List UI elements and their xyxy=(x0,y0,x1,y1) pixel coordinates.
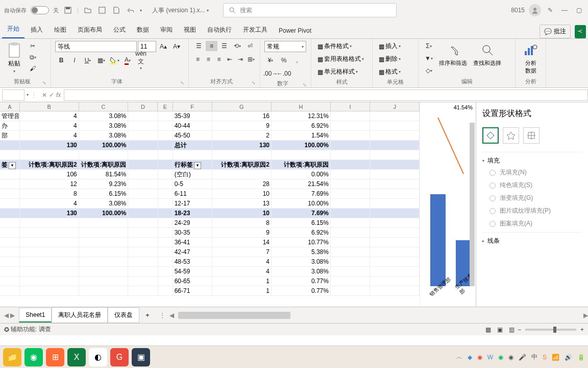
cell[interactable]: 9.23% xyxy=(79,179,129,189)
cell[interactable]: 4 xyxy=(20,131,79,140)
cell[interactable]: 48-53 xyxy=(173,257,212,266)
cell[interactable]: 100.00% xyxy=(79,141,129,150)
align-center-icon[interactable]: ≡ xyxy=(204,54,213,64)
cell[interactable]: 0-5 xyxy=(173,179,212,189)
table-row[interactable]: 66-7110.77% xyxy=(0,286,420,296)
maximize-icon[interactable]: ▢ xyxy=(574,5,584,15)
autosave-toggle[interactable] xyxy=(31,6,49,14)
cell[interactable]: 5.38% xyxy=(272,247,331,257)
cell[interactable] xyxy=(79,150,129,159)
cell[interactable]: 行标签▾ xyxy=(173,160,212,169)
cell[interactable]: 3.08% xyxy=(79,199,129,208)
cell-styles-button[interactable]: ▦ 单元格样式▾ xyxy=(315,66,368,77)
decrease-font-icon[interactable]: A▾ xyxy=(170,41,183,52)
col-header[interactable]: G xyxy=(212,102,272,111)
font-name-select[interactable]: 等线 xyxy=(55,41,137,52)
cell[interactable] xyxy=(158,179,173,189)
cell[interactable]: 6.92% xyxy=(272,228,331,237)
cell[interactable] xyxy=(0,228,20,237)
embedded-chart[interactable]: 41.54% 销售管理部 生产技术部 xyxy=(420,102,476,307)
insert-cells-button[interactable]: ▦ 插入 ▾ xyxy=(377,41,414,52)
align-right-icon[interactable]: ≡ xyxy=(214,54,224,64)
cell[interactable] xyxy=(20,286,79,295)
format-painter-icon[interactable]: 🖌 xyxy=(27,63,39,74)
table-row[interactable]: 签▾计数项:离职原因2计数项:离职原因行标签▾计数项:离职原因2计数项:离职原因 xyxy=(0,160,420,170)
cell[interactable]: 9 xyxy=(212,121,272,130)
chart-vscroll[interactable] xyxy=(470,123,475,286)
merge-button[interactable]: ⊞▾ xyxy=(246,54,256,64)
cell[interactable] xyxy=(128,160,158,169)
cell[interactable] xyxy=(128,179,158,189)
shape-effects-tab[interactable] xyxy=(503,127,519,144)
bold-button[interactable]: B xyxy=(55,55,67,65)
table-row[interactable]: 43.08%12-171310.00% xyxy=(0,199,420,209)
cell[interactable] xyxy=(0,170,20,179)
cell[interactable] xyxy=(79,247,129,257)
tab-pagelayout[interactable]: 页面布局 xyxy=(72,21,107,38)
cell[interactable] xyxy=(331,228,370,237)
cell[interactable]: 130 xyxy=(212,141,272,150)
cell[interactable] xyxy=(20,218,79,227)
folder-open-icon[interactable] xyxy=(83,5,93,15)
tray-icon-2[interactable]: ◉ xyxy=(477,354,482,361)
cell[interactable] xyxy=(0,189,20,198)
cell[interactable]: 130 xyxy=(20,209,79,218)
cell[interactable] xyxy=(370,209,420,218)
cell[interactable] xyxy=(0,247,20,257)
tab-developer[interactable]: 开发工具 xyxy=(238,21,273,38)
number-format-select[interactable]: 常规▾ xyxy=(264,41,306,52)
col-header[interactable]: D xyxy=(128,102,158,111)
cell[interactable]: 40-44 xyxy=(173,121,212,130)
taskbar-browser-icon[interactable]: ◐ xyxy=(89,348,107,366)
fill-color-button[interactable]: ▾ xyxy=(108,55,120,65)
a11y-status-icon[interactable]: ✪ xyxy=(4,326,9,333)
align-middle-icon[interactable]: ≡ xyxy=(206,41,217,51)
hscroll-right-icon[interactable]: ▶ xyxy=(583,312,588,319)
cell[interactable] xyxy=(370,179,420,189)
cell[interactable]: 3.08% xyxy=(272,257,331,266)
cell[interactable]: 1 xyxy=(212,277,272,286)
cell[interactable] xyxy=(370,247,420,257)
cell[interactable]: 30-35 xyxy=(173,228,212,237)
hscroll-left-icon[interactable]: ◀ xyxy=(169,312,174,319)
cell[interactable] xyxy=(20,228,79,237)
cell[interactable] xyxy=(331,141,370,150)
col-header[interactable]: H xyxy=(272,102,331,111)
table-format-button[interactable]: ▦ 套用表格格式▾ xyxy=(315,54,368,64)
cell[interactable]: 4 xyxy=(212,267,272,276)
cell[interactable] xyxy=(20,257,79,266)
cell[interactable] xyxy=(158,121,173,130)
cell[interactable]: 10 xyxy=(212,189,272,198)
cell[interactable]: 60-65 xyxy=(173,277,212,286)
cell[interactable] xyxy=(370,131,420,140)
cancel-formula-icon[interactable]: ✕ xyxy=(42,91,47,99)
cell[interactable] xyxy=(331,286,370,295)
cell[interactable]: 6.92% xyxy=(272,121,331,130)
cell[interactable]: 7.69% xyxy=(272,209,331,218)
cell[interactable] xyxy=(370,199,420,208)
cell[interactable]: 8 xyxy=(20,189,79,198)
cell[interactable] xyxy=(128,111,158,121)
pen-icon[interactable]: ✎ xyxy=(545,5,555,15)
cell[interactable] xyxy=(128,209,158,218)
table-row[interactable]: 10681.54%(空白)0.00% xyxy=(0,170,420,179)
table-row[interactable] xyxy=(0,150,420,160)
view-pagelayout-icon[interactable]: ▣ xyxy=(494,326,506,333)
cell[interactable] xyxy=(370,160,420,169)
table-row[interactable]: 30-3596.92% xyxy=(0,228,420,238)
table-row[interactable]: 办43.08%40-4496.92% xyxy=(0,121,420,131)
cell[interactable] xyxy=(370,189,420,198)
share-button[interactable] xyxy=(575,25,586,38)
cell[interactable] xyxy=(128,189,158,198)
cell[interactable] xyxy=(370,121,420,130)
cell[interactable] xyxy=(128,141,158,150)
cell[interactable]: 4 xyxy=(20,111,79,121)
wrap-text-icon[interactable]: ⏎ xyxy=(244,41,256,51)
pattern-fill-radio[interactable]: 图案填充(A) xyxy=(489,219,582,228)
cell[interactable]: 24-29 xyxy=(173,218,212,227)
cell[interactable]: 部 xyxy=(0,131,20,140)
tab-home[interactable]: 开始 xyxy=(2,20,24,38)
cell[interactable] xyxy=(158,247,173,257)
cell[interactable] xyxy=(128,267,158,276)
line-section-toggle[interactable]: ▸线条 xyxy=(482,237,582,245)
